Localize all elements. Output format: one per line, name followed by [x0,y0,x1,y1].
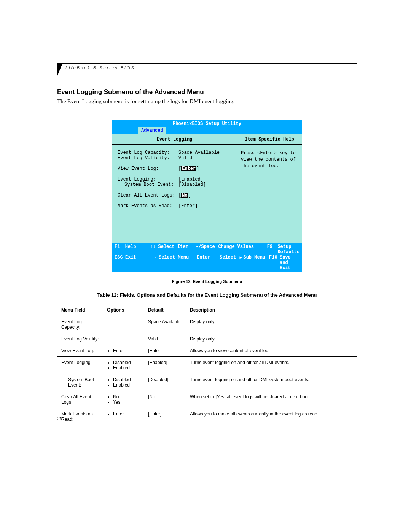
bios-help-text: Press <Enter> key to view the contents o… [237,145,302,174]
cell-options [103,333,144,345]
footer-label-save: Save and Exit [280,255,299,271]
header-wedge-icon [57,64,62,77]
bios-panel: PhoenixBIOS Setup Utility Advanced Event… [112,120,302,272]
cell-desc: Allows you to view content of event log. [186,345,357,357]
table-row: Clear All Event Logs:NoYes[No]When set t… [57,391,357,408]
footer-key-updown: ↑↓ [148,244,158,255]
bios-row[interactable]: System Boot Event:[Disabled] [118,182,231,187]
bios-row[interactable]: Event Log Capacity:Space Available [118,150,231,155]
triangle-icon [239,255,243,260]
bios-title: PhoenixBIOS Setup Utility [112,120,302,127]
option-item: Enabled [113,365,140,371]
footer-label-defaults: Setup Defaults [277,244,299,255]
intro-text: The Event Logging submenu is for setting… [57,98,357,105]
th-default: Default [144,304,186,316]
bios-fields: Event Log Capacity:Space AvailableEvent … [112,145,237,243]
cell-field: Event Log Validity: [57,333,103,345]
header-rule [57,63,357,64]
bios-row-label: Event Log Validity: [118,155,178,161]
bios-left-heading: Event Logging [112,134,237,145]
page-number: 20 [57,415,62,422]
bios-row-value: [Enter] [178,203,231,209]
cell-default: [Enabled] [144,357,186,374]
table-header-row: Menu Field Options Default Description [57,304,357,316]
cell-field: Event Logging: [57,357,103,374]
bios-row[interactable]: Mark Events as Read:[Enter] [118,203,231,209]
th-options: Options [103,304,144,316]
footer-key-f1: F1 [115,244,125,255]
cell-options [103,316,144,333]
bios-row-value: [Enabled] [178,177,231,182]
cell-options: Enter [103,408,144,425]
option-item: No [113,394,140,399]
bios-right-heading: Item Specific Help [237,134,302,145]
footer-label-submenu: Select Sub-MenuSelect Sub-Menu [220,255,269,271]
bios-row[interactable]: Clear All Event Logs:[No] [118,193,231,198]
bios-row[interactable]: Event Logging:[Enabled] [118,177,231,182]
table-row: Event Log Validity:ValidDisplay only [57,333,357,345]
table-caption: Table 12: Fields, Options and Defaults f… [57,292,357,298]
bios-menubar: Advanced [112,127,302,134]
table-row: System Boot Event:DisabledEnabled[Disabl… [57,374,357,391]
bios-row[interactable]: Event Log Validity:Valid [118,155,231,161]
bios-footer: F1 Help ↑↓ Select Item -/Space Change Va… [112,243,302,272]
bios-tab-advanced[interactable]: Advanced [138,127,166,134]
footer-key-esc: ESC [115,255,125,271]
cell-field: Event Log Capacity: [57,316,103,333]
running-head: LifeBook B Series BIOS [65,66,135,70]
footer-label-change: Change Values [218,244,267,255]
footer-label-select-menu: Select Menu [159,255,197,271]
footer-key-f10: F10 [269,255,280,271]
footer-key-leftright: ←→ [148,255,159,271]
option-item: Enter [113,411,140,417]
footer-key-space: -/Space [196,244,218,255]
bios-row-value: [Disabled] [178,182,231,187]
table-row: View Event Log:Enter[Enter]Allows you to… [57,345,357,357]
bios-row-value: Valid [178,155,231,161]
bios-row-value: Space Available [178,150,231,155]
cell-default: [Disabled] [144,374,186,391]
bios-row-label: View Event Log: [118,166,178,171]
option-item: Enabled [113,382,140,388]
footer-key-enter: Enter [197,255,220,271]
bios-row-label: System Boot Event: [118,182,178,187]
cell-field: Clear All Event Logs: [57,391,103,408]
option-item: Yes [113,399,140,405]
cell-desc: Display only [186,316,357,333]
footer-key-f9: F9 [267,244,278,255]
option-item: Disabled [113,360,140,365]
cell-default: [No] [144,391,186,408]
footer-label-help: Help [125,244,148,255]
th-desc: Description [186,304,357,316]
footer-label-exit: Exit [125,255,148,271]
cell-field: View Event Log: [57,345,103,357]
cell-desc: Turns event logging on and off for DMI s… [186,374,357,391]
cell-desc: Allows you to make all events currently … [186,408,357,425]
cell-default: [Enter] [144,345,186,357]
cell-options: DisabledEnabled [103,357,144,374]
footer-label-select-item: Select Item [158,244,196,255]
cell-default: Valid [144,333,186,345]
fields-table: Menu Field Options Default Description E… [57,304,357,425]
option-item: Disabled [113,377,140,382]
bios-row-label: Mark Events as Read: [118,203,178,209]
bios-row[interactable]: View Event Log:[Enter] [118,166,231,171]
table-row: Mark Events as Read:Enter[Enter]Allows y… [57,408,357,425]
bios-row-label: Event Logging: [118,177,178,182]
table-row: Event Log Capacity:Space AvailableDispla… [57,316,357,333]
cell-options: Enter [103,345,144,357]
cell-options: NoYes [103,391,144,408]
cell-field: System Boot Event: [57,374,103,391]
table-row: Event Logging:DisabledEnabled[Enabled]Tu… [57,357,357,374]
cell-options: DisabledEnabled [103,374,144,391]
cell-default: [Enter] [144,408,186,425]
cell-default: Space Available [144,316,186,333]
bios-row-value: [No] [178,193,231,198]
th-field: Menu Field [57,304,103,316]
bios-row-value: [Enter] [178,166,231,171]
cell-desc: Display only [186,333,357,345]
cell-desc: Turns event logging on and off for all D… [186,357,357,374]
bios-row-label: Clear All Event Logs: [118,193,178,198]
cell-field: Mark Events as Read: [57,408,103,425]
cell-desc: When set to [Yes] all event logs will be… [186,391,357,408]
